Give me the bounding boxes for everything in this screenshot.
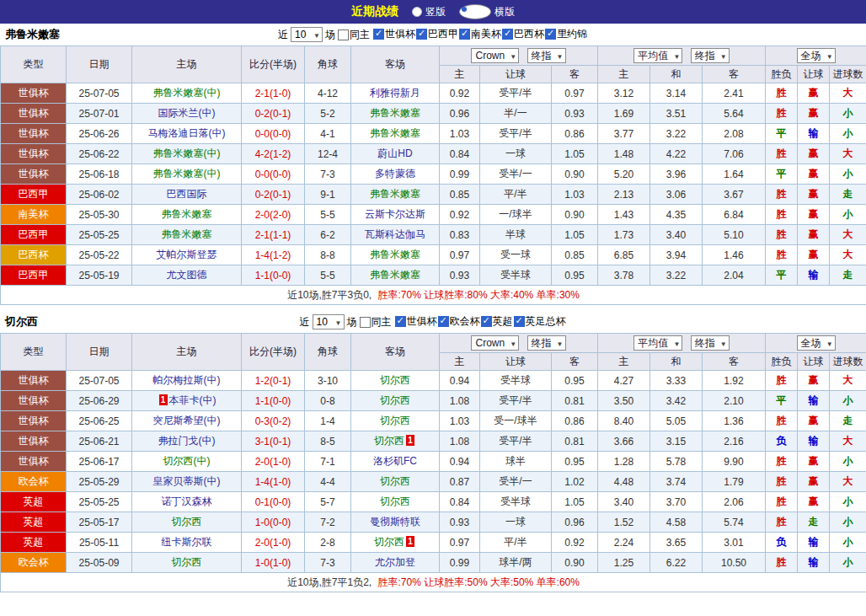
- topbar: 近期战绩 竖版 横版: [0, 0, 866, 24]
- team-link[interactable]: 弗鲁米嫩塞: [370, 249, 420, 260]
- team-link[interactable]: 蔚山HD: [377, 147, 412, 159]
- odds-final-select[interactable]: 终指: [527, 335, 566, 351]
- team-link[interactable]: 弗鲁米嫩塞: [370, 269, 420, 281]
- avg-draw-odds: 3.65: [650, 533, 703, 553]
- team-link[interactable]: 艾帕尔斯登瑟: [157, 249, 217, 260]
- team-link[interactable]: 切尔西: [380, 495, 410, 507]
- league-checkbox-3[interactable]: 巴西杯: [502, 27, 544, 41]
- recent-count-select[interactable]: 10: [313, 314, 345, 329]
- league-checkbox-3[interactable]: 英足总杯: [514, 314, 566, 329]
- team-link[interactable]: 国际米兰(中): [158, 107, 216, 119]
- col-avg-draw: 和: [650, 353, 703, 371]
- odds-away: 0.81: [552, 391, 598, 411]
- team-link[interactable]: 洛杉矶FC: [373, 455, 417, 467]
- odds-away: 1.03: [552, 185, 598, 205]
- same-home-checkbox[interactable]: 同主: [338, 28, 370, 42]
- league-badge: 世俱杯: [1, 164, 67, 185]
- odds-away: 0.96: [552, 512, 598, 533]
- odds-company-select[interactable]: Crown: [471, 48, 519, 63]
- avg-away-odds: 2.08: [703, 124, 766, 144]
- avg-away-odds: 5.74: [703, 512, 766, 533]
- team-link[interactable]: 切尔西: [172, 516, 202, 528]
- team-link[interactable]: 巴西国际: [167, 188, 207, 200]
- team-link[interactable]: 弗鲁米嫩塞: [370, 107, 420, 119]
- team-link[interactable]: 切尔西(中): [163, 455, 211, 467]
- avg-home-odds: 1.43: [598, 205, 650, 225]
- league-checkbox-2[interactable]: 南美杯: [459, 27, 501, 41]
- avg-final-select[interactable]: 终指: [691, 48, 730, 63]
- avg-select[interactable]: 平均值: [633, 335, 682, 351]
- team-link[interactable]: 弗鲁米嫩塞(中): [153, 87, 221, 99]
- team-link[interactable]: 弗鲁米嫩塞: [370, 127, 420, 139]
- radio-label: 横版: [494, 5, 515, 19]
- away-team-cell: 切尔西1: [351, 431, 440, 452]
- handicap-line: 半球: [480, 225, 552, 245]
- team-link[interactable]: 诺丁汉森林: [162, 495, 212, 507]
- corner-count: 7-1: [305, 452, 351, 472]
- result-win-loss: 平: [766, 265, 798, 286]
- team-link[interactable]: 弗鲁米嫩塞: [162, 228, 212, 240]
- recent-count-select[interactable]: 10: [291, 27, 323, 42]
- league-checkbox-1[interactable]: 欧会杯: [438, 314, 480, 329]
- odds-home: 0.93: [440, 265, 480, 286]
- team-link[interactable]: 弗鲁米嫩塞: [162, 208, 212, 220]
- col-avg-draw: 和: [650, 66, 703, 83]
- result-goals: 小: [830, 452, 866, 472]
- avg-away-odds: 10.50: [703, 553, 766, 573]
- team-link[interactable]: 切尔西: [172, 556, 202, 568]
- odds-company-select[interactable]: Crown: [471, 335, 519, 351]
- result-handicap: 赢: [798, 104, 830, 124]
- section-chelsea: 切尔西 近 10 场 同主 世俱杯欧会杯英超英足总杯 类型: [0, 311, 866, 592]
- match-date: 25-06-25: [67, 411, 132, 431]
- layout-option-horizontal[interactable]: 横版: [459, 4, 515, 19]
- team-link[interactable]: 曼彻斯特联: [370, 516, 420, 528]
- avg-draw-odds: 5.05: [650, 411, 703, 431]
- result-handicap: 赢: [798, 492, 830, 512]
- team-link[interactable]: 切尔西: [380, 475, 410, 487]
- league-checkbox-2[interactable]: 英超: [481, 314, 513, 329]
- scope-select[interactable]: 全场: [797, 335, 836, 351]
- team-link[interactable]: 弗鲁米嫩塞(中): [153, 147, 221, 159]
- same-home-checkbox[interactable]: 同主: [360, 315, 392, 329]
- team-link[interactable]: 瓦斯科达伽马: [365, 228, 425, 240]
- odds-home: 0.93: [440, 512, 480, 533]
- team-link[interactable]: 纽卡斯尔联: [162, 536, 212, 548]
- league-checkbox-1[interactable]: 巴西甲: [416, 27, 458, 41]
- league-checkbox-4[interactable]: 里约锦: [545, 27, 587, 41]
- result-goals: 小: [830, 104, 866, 124]
- team-link[interactable]: 切尔西: [380, 415, 410, 426]
- team-link[interactable]: 皇家贝蒂斯(中): [153, 475, 221, 487]
- team-link[interactable]: 弗鲁米嫩塞: [370, 188, 420, 200]
- result-goals: 小: [830, 205, 866, 225]
- odds-home: 0.84: [440, 144, 480, 164]
- team-link[interactable]: 帕尔梅拉斯(中): [153, 374, 221, 386]
- scope-select[interactable]: 全场: [797, 48, 836, 63]
- layout-option-vertical[interactable]: 竖版: [412, 5, 446, 19]
- team-link[interactable]: 切尔西: [374, 536, 404, 548]
- team-link[interactable]: 切尔西: [380, 394, 410, 406]
- team-link[interactable]: 弗拉门戈(中): [158, 435, 216, 447]
- team-link[interactable]: 尤文图德: [167, 269, 207, 281]
- league-badge: 欧会杯: [1, 553, 67, 573]
- match-row: 世俱杯25-06-26马梅洛迪日落(中)0-0(0-0)4-1弗鲁米嫩塞1.03…: [1, 124, 866, 144]
- team-link[interactable]: 尤尔加登: [375, 556, 415, 568]
- radio-label: 竖版: [425, 5, 446, 19]
- avg-final-select[interactable]: 终指: [691, 335, 730, 351]
- odds-final-select[interactable]: 终指: [527, 48, 566, 63]
- league-checkbox-0[interactable]: 世俱杯: [395, 314, 437, 329]
- team-link[interactable]: 利雅得新月: [370, 87, 420, 99]
- team-link[interactable]: 突尼斯希望(中): [153, 415, 221, 426]
- team-link[interactable]: 本菲卡(中): [169, 394, 216, 406]
- team-link[interactable]: 多特蒙德: [375, 168, 415, 179]
- team-link[interactable]: 云斯卡尔达斯: [365, 208, 425, 220]
- avg-home-odds: 1.69: [598, 104, 650, 124]
- league-checkbox-0[interactable]: 世俱杯: [373, 27, 415, 41]
- handicap-line: 球半: [480, 452, 552, 472]
- team-link[interactable]: 切尔西: [374, 435, 404, 447]
- team-link[interactable]: 马梅洛迪日落(中): [148, 127, 226, 139]
- league-badge: 欧会杯: [1, 472, 67, 492]
- avg-select[interactable]: 平均值: [633, 48, 682, 63]
- handicap-line: 一球: [480, 144, 552, 164]
- team-link[interactable]: 切尔西: [380, 374, 410, 386]
- team-link[interactable]: 弗鲁米嫩塞(中): [153, 168, 221, 179]
